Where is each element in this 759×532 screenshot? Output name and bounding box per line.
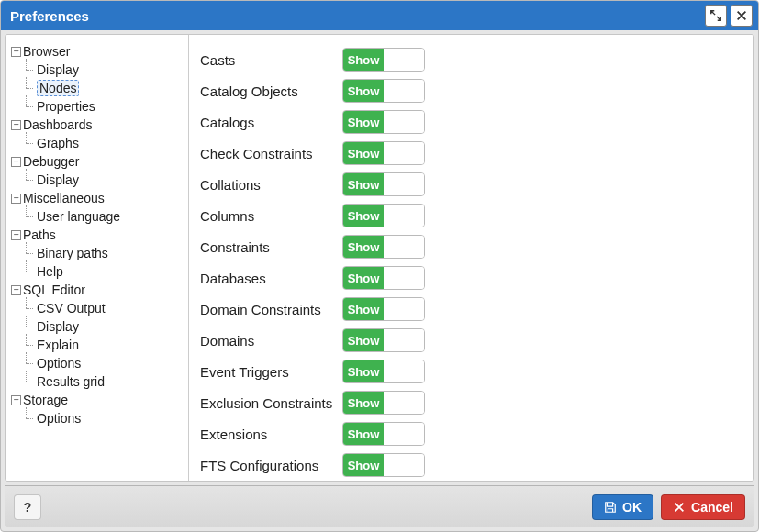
tree-item-options[interactable]: Options	[22, 354, 184, 372]
setting-row: Exclusion ConstraintsShow	[200, 387, 739, 418]
tree-item-label: Nodes	[37, 80, 79, 96]
tree-item-user-language[interactable]: User language	[22, 207, 184, 226]
collapse-icon[interactable]: −	[11, 230, 21, 240]
cancel-label: Cancel	[691, 500, 733, 515]
show-hide-toggle[interactable]: Show	[342, 297, 425, 321]
toggle-on-segment: Show	[343, 205, 384, 227]
tree-item-graphs[interactable]: Graphs	[22, 134, 184, 152]
dialog-footer: ? OK Cancel	[5, 485, 754, 527]
show-hide-toggle[interactable]: Show	[342, 391, 425, 415]
tree-item-explain[interactable]: Explain	[22, 336, 184, 354]
toggle-on-segment: Show	[343, 142, 384, 164]
tree-item-nodes[interactable]: Nodes	[22, 79, 184, 97]
toggle-off-segment	[384, 360, 424, 382]
show-hide-toggle[interactable]: Show	[342, 79, 425, 103]
setting-label: FTS Configurations	[200, 458, 333, 473]
show-hide-toggle[interactable]: Show	[342, 422, 425, 446]
tree-item-csv-output[interactable]: CSV Output	[22, 299, 184, 317]
collapse-icon[interactable]: −	[11, 395, 21, 405]
show-hide-toggle[interactable]: Show	[342, 172, 425, 196]
tree-item-label: Results grid	[37, 374, 105, 389]
show-hide-toggle[interactable]: Show	[342, 204, 425, 227]
toggle-on-segment: Show	[343, 49, 384, 71]
toggle-off-segment	[384, 392, 424, 414]
show-hide-toggle[interactable]: Show	[342, 453, 425, 477]
toggle-on-segment: Show	[343, 329, 384, 351]
toggle-off-segment	[384, 267, 424, 289]
toggle-off-segment	[384, 423, 424, 445]
tree-group-dashboards[interactable]: − Dashboards	[9, 116, 184, 134]
show-hide-toggle[interactable]: Show	[342, 266, 425, 290]
tree-group-miscellaneous[interactable]: − Miscellaneous	[9, 189, 184, 207]
show-hide-toggle[interactable]: Show	[342, 110, 425, 134]
tree-item-label: CSV Output	[37, 301, 106, 316]
tree-group-label: Dashboards	[23, 117, 93, 132]
toggle-off-segment	[384, 454, 424, 476]
collapse-icon[interactable]: −	[11, 285, 21, 295]
tree-group-label: Paths	[23, 227, 56, 242]
setting-label: Check Constraints	[200, 146, 333, 161]
show-hide-toggle[interactable]: Show	[342, 235, 425, 259]
tree-item-label: Explain	[37, 338, 79, 352]
setting-label: Event Triggers	[200, 364, 333, 380]
tree-item-help[interactable]: Help	[22, 262, 184, 281]
collapse-icon[interactable]: −	[11, 47, 21, 57]
show-hide-toggle[interactable]: Show	[342, 48, 425, 72]
setting-label: Domain Constraints	[200, 302, 333, 317]
ok-button[interactable]: OK	[592, 494, 653, 520]
setting-row: Event TriggersShow	[200, 356, 739, 387]
toggle-off-segment	[384, 111, 424, 133]
tree-item-properties[interactable]: Properties	[22, 97, 184, 116]
ok-label: OK	[622, 500, 642, 515]
setting-label: Catalogs	[200, 115, 333, 130]
category-tree[interactable]: − BrowserDisplayNodesProperties− Dashboa…	[6, 35, 189, 481]
toggle-on-segment: Show	[343, 111, 384, 133]
maximize-button[interactable]	[705, 5, 727, 27]
toggle-off-segment	[384, 80, 424, 102]
tree-item-label: Graphs	[37, 136, 79, 150]
collapse-icon[interactable]: −	[11, 157, 21, 167]
toggle-off-segment	[384, 236, 424, 258]
tree-item-label: Display	[37, 319, 79, 334]
setting-row: CastsShow	[200, 44, 739, 75]
tree-item-display[interactable]: Display	[22, 171, 184, 189]
setting-label: Columns	[200, 208, 333, 224]
tree-group-debugger[interactable]: − Debugger	[9, 152, 184, 171]
cancel-button[interactable]: Cancel	[661, 494, 745, 520]
toggle-on-segment: Show	[343, 454, 384, 476]
tree-item-display[interactable]: Display	[22, 317, 184, 336]
preferences-dialog: Preferences − BrowserDisplayNodesPropert…	[0, 0, 759, 532]
tree-group-sql-editor[interactable]: − SQL Editor	[9, 281, 184, 299]
collapse-icon[interactable]: −	[11, 120, 21, 130]
tree-item-binary-paths[interactable]: Binary paths	[22, 244, 184, 262]
tree-item-display[interactable]: Display	[22, 61, 184, 79]
show-hide-toggle[interactable]: Show	[342, 360, 425, 383]
toggle-off-segment	[384, 173, 424, 195]
help-button[interactable]: ?	[14, 494, 41, 520]
close-icon	[735, 9, 748, 22]
tree-group-label: Storage	[23, 393, 68, 407]
setting-row: Domain ConstraintsShow	[200, 294, 739, 325]
show-hide-toggle[interactable]: Show	[342, 141, 425, 165]
collapse-icon[interactable]: −	[11, 194, 21, 204]
setting-label: Exclusion Constraints	[200, 395, 333, 411]
toggle-on-segment: Show	[343, 80, 384, 102]
show-hide-toggle[interactable]: Show	[342, 328, 425, 352]
toggle-on-segment: Show	[343, 267, 384, 289]
tree-item-label: Properties	[37, 99, 95, 114]
tree-item-results-grid[interactable]: Results grid	[22, 372, 184, 391]
close-window-button[interactable]	[731, 5, 753, 27]
tree-group-paths[interactable]: − Paths	[9, 226, 184, 244]
toggle-off-segment	[384, 298, 424, 320]
setting-label: Catalog Objects	[200, 83, 333, 99]
window-title: Preferences	[10, 8, 89, 24]
tree-group-browser[interactable]: − Browser	[9, 42, 184, 61]
setting-label: Extensions	[200, 427, 333, 442]
toggle-on-segment: Show	[343, 423, 384, 445]
settings-scroll[interactable]: CastsShowCatalog ObjectsShowCatalogsShow…	[189, 35, 753, 481]
cancel-icon	[673, 501, 686, 514]
tree-group-storage[interactable]: − Storage	[9, 391, 184, 409]
help-label: ?	[24, 500, 32, 515]
tree-item-options[interactable]: Options	[22, 409, 184, 427]
toggle-off-segment	[384, 49, 424, 71]
